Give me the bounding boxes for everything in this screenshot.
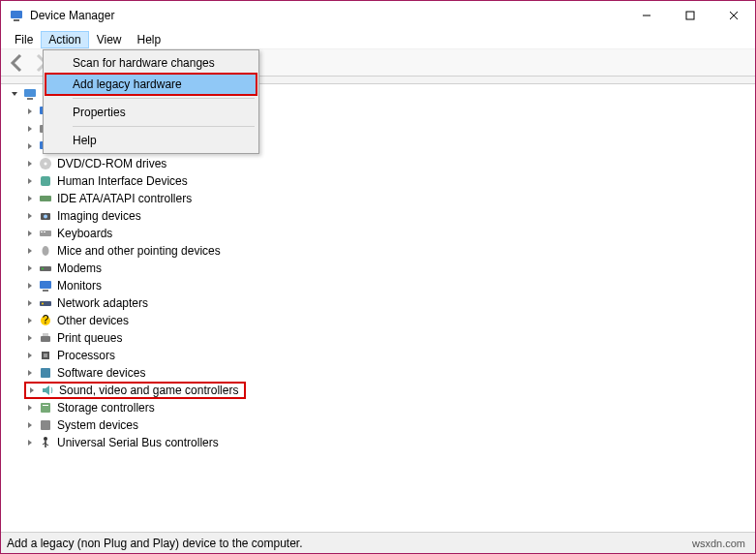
expander-closed-icon[interactable] (24, 402, 36, 414)
storage-icon (38, 400, 53, 416)
system-icon (38, 417, 53, 433)
svg-point-25 (42, 268, 44, 270)
expander-closed-icon[interactable] (26, 385, 38, 396)
svg-rect-27 (43, 290, 48, 292)
expander-closed-icon[interactable] (24, 262, 36, 274)
svg-rect-24 (40, 266, 51, 271)
menubar: File Action View Help (1, 30, 755, 49)
other-icon: ? (38, 313, 53, 328)
usb-icon (38, 435, 53, 450)
tree-node[interactable]: DVD/CD-ROM drives (7, 155, 749, 172)
computer-root-icon (22, 86, 38, 102)
svg-rect-17 (40, 196, 51, 201)
tree-node-label: IDE ATA/ATAPI controllers (57, 192, 192, 205)
svg-point-29 (42, 303, 44, 305)
keyboard-icon (38, 226, 53, 241)
expander-closed-icon[interactable] (24, 297, 36, 309)
monitor-icon (38, 278, 53, 293)
svg-rect-0 (11, 11, 22, 18)
svg-rect-33 (43, 333, 48, 336)
expander-closed-icon[interactable] (24, 437, 36, 448)
tree-node[interactable]: Keyboards (7, 225, 749, 242)
action-dropdown: Scan for hardware changes Add legacy har… (43, 49, 259, 154)
status-text: Add a legacy (non Plug and Play) device … (7, 537, 303, 550)
expander-closed-icon[interactable] (24, 367, 36, 379)
expander-closed-icon[interactable] (24, 106, 36, 117)
expander-closed-icon[interactable] (24, 228, 36, 239)
tree-node-label: Imaging devices (57, 209, 141, 223)
expander-closed-icon[interactable] (24, 175, 36, 187)
tree-node[interactable]: System devices (7, 416, 749, 434)
svg-rect-36 (41, 368, 50, 378)
tree-node[interactable]: Modems (7, 260, 749, 277)
expander-closed-icon[interactable] (24, 193, 36, 204)
dropdown-help[interactable]: Help (45, 130, 257, 151)
tree-node[interactable]: Universal Serial Bus controllers (7, 434, 749, 451)
tree-node[interactable]: Sound, video and game controllers (7, 382, 749, 399)
tree-node[interactable]: Processors (7, 347, 749, 364)
window-title: Device Manager (30, 9, 114, 22)
svg-rect-21 (41, 231, 43, 232)
expander-closed-icon[interactable] (24, 210, 36, 222)
expander-closed-icon[interactable] (24, 315, 36, 326)
statusbar: Add a legacy (non Plug and Play) device … (1, 532, 755, 553)
tree-node[interactable]: IDE ATA/ATAPI controllers (7, 190, 749, 207)
expander-closed-icon[interactable] (24, 280, 36, 292)
disc-icon (38, 156, 53, 171)
ide-icon (38, 191, 53, 206)
menu-file[interactable]: File (7, 31, 41, 48)
expander-open-icon[interactable] (9, 88, 20, 100)
tree-node[interactable]: Imaging devices (7, 207, 749, 225)
expander-closed-icon[interactable] (24, 332, 36, 344)
tree-node-label: Modems (57, 262, 102, 275)
tree-node[interactable]: Print queues (7, 329, 749, 347)
network-icon (38, 295, 53, 311)
svg-rect-20 (40, 231, 51, 236)
svg-point-15 (45, 163, 47, 166)
tree-node[interactable]: Mice and other pointing devices (7, 242, 749, 260)
svg-rect-22 (44, 231, 45, 232)
svg-rect-38 (43, 405, 48, 406)
dropdown-separator (73, 98, 255, 99)
svg-rect-26 (40, 281, 51, 289)
camera-icon (38, 208, 53, 224)
tree-node-label: Keyboards (57, 227, 112, 240)
app-icon (9, 8, 24, 23)
svg-rect-7 (27, 98, 33, 100)
dropdown-add-legacy-hardware[interactable]: Add legacy hardware (45, 74, 257, 95)
tree-node[interactable]: ?Other devices (7, 312, 749, 329)
maximize-button[interactable] (668, 1, 711, 30)
tree-node-label: Universal Serial Bus controllers (57, 436, 219, 449)
tree-node-label: Processors (57, 349, 115, 362)
mouse-icon (38, 243, 53, 259)
tree-node[interactable]: Monitors (7, 277, 749, 294)
svg-rect-37 (41, 403, 50, 413)
software-icon (38, 365, 53, 381)
minimize-button[interactable] (624, 1, 668, 30)
close-button[interactable] (711, 1, 755, 30)
menu-help[interactable]: Help (130, 31, 169, 48)
expander-closed-icon[interactable] (24, 350, 36, 361)
dropdown-properties[interactable]: Properties (45, 102, 257, 123)
tree-node[interactable]: Network adapters (7, 294, 749, 312)
svg-rect-1 (14, 19, 19, 21)
tree-node[interactable]: Storage controllers (7, 399, 749, 416)
expander-closed-icon[interactable] (24, 123, 36, 135)
svg-point-23 (43, 246, 49, 256)
titlebar: Device Manager (1, 1, 755, 30)
tree-node-label: System devices (57, 418, 138, 432)
expander-closed-icon[interactable] (24, 158, 36, 169)
menu-view[interactable]: View (89, 31, 130, 48)
expander-closed-icon[interactable] (24, 245, 36, 257)
expander-closed-icon[interactable] (24, 140, 36, 152)
sound-icon (40, 383, 55, 398)
tree-node[interactable]: Software devices (7, 364, 749, 382)
dropdown-scan-hardware[interactable]: Scan for hardware changes (45, 52, 257, 74)
tree-node[interactable]: Human Interface Devices (7, 172, 749, 190)
tree-node-label: Mice and other pointing devices (57, 244, 221, 258)
menu-action[interactable]: Action (41, 31, 88, 48)
watermark: wsxdn.com (692, 538, 745, 549)
tree-node-label: Human Interface Devices (57, 174, 188, 188)
expander-closed-icon[interactable] (24, 419, 36, 431)
back-button[interactable] (5, 51, 28, 75)
